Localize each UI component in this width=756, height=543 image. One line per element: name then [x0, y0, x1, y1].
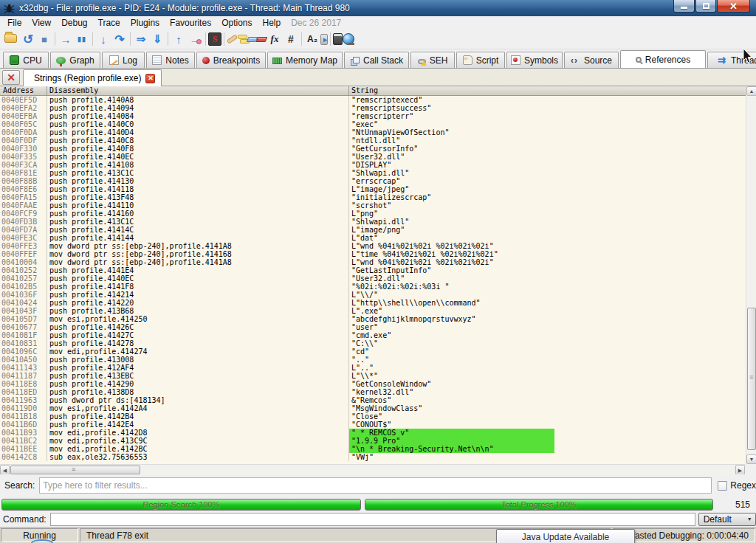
- table-row[interactable]: 0040F88Bpush profile.414130"errscrcap": [0, 177, 746, 185]
- table-row[interactable]: 0040F335push profile.4140EC"User32.dll": [0, 153, 746, 161]
- table-row[interactable]: 0041096Cmov edi,profile.414274"cd": [0, 347, 746, 356]
- menu-view[interactable]: View: [27, 17, 56, 29]
- tab-close-icon[interactable]: ✕: [145, 74, 155, 83]
- table-row[interactable]: 00410424push profile.414220L"http\\shell…: [0, 299, 746, 307]
- search-input[interactable]: [39, 477, 712, 494]
- table-row[interactable]: 00411B18push profile.4142B4"Close": [0, 412, 746, 421]
- table-row[interactable]: 00411963push dword ptr ds:[418134]&"Remc…: [0, 396, 746, 404]
- tab-symbols[interactable]: Symbols: [506, 52, 563, 68]
- table-row[interactable]: 0040F8E6push profile.414118L"image/jpeg": [0, 185, 746, 193]
- table-row[interactable]: 00410252push profile.4141E4"GetLastInput…: [0, 266, 746, 274]
- stop-icon[interactable]: ■: [36, 31, 52, 47]
- table-row[interactable]: 0040EFBApush profile.414084"remscripterr…: [0, 112, 746, 120]
- patch-icon[interactable]: [227, 34, 238, 44]
- table-row[interactable]: 004142C8sub eax,ole32.75636553"VWj": [0, 453, 746, 461]
- menu-debug[interactable]: Debug: [56, 17, 92, 29]
- table-row[interactable]: 0041081Fpush profile.41427C"cmd.exe": [0, 331, 746, 339]
- table-row[interactable]: 004119D0mov esi,profile.4142A4"MsgWindow…: [0, 404, 746, 412]
- restore-button[interactable]: [695, 0, 716, 13]
- table-row[interactable]: 00410677push profile.41426C"user": [0, 323, 746, 331]
- trace-over-icon[interactable]: ⇓: [149, 31, 165, 47]
- table-row[interactable]: 0041036Fpush profile.414214L"\\/": [0, 291, 746, 299]
- vertical-scrollbar[interactable]: ▲ ▼: [746, 86, 756, 464]
- step-into-icon[interactable]: ↓: [95, 31, 111, 47]
- globe-icon[interactable]: [343, 33, 354, 45]
- table-row[interactable]: 0040F0DApush profile.4140D4"NtUnmapViewO…: [0, 128, 746, 136]
- tab-breakpoints[interactable]: Breakpoints: [196, 52, 266, 68]
- table-row[interactable]: 0040FA15push profile.413F48"initializesc…: [0, 193, 746, 201]
- table-row[interactable]: 00411B6Dpush profile.4142E4"CONOUT$": [0, 421, 746, 429]
- tab-seh[interactable]: SEH: [410, 52, 455, 68]
- table-row[interactable]: 0040F0DFpush profile.4140C8"ntdll.dll": [0, 136, 746, 145]
- table-row[interactable]: 0040FD7Apush profile.41414CL"image/png": [0, 226, 746, 234]
- comments-icon[interactable]: [238, 35, 247, 39]
- tab-notes[interactable]: Notes: [146, 52, 195, 68]
- handles-icon[interactable]: [320, 34, 328, 45]
- table-row[interactable]: 00410A50push profile.413008"..": [0, 356, 746, 364]
- regex-checkbox[interactable]: [718, 481, 727, 491]
- tab-graph[interactable]: Graph: [50, 52, 100, 68]
- command-profile-dropdown[interactable]: Default ▼: [698, 513, 756, 526]
- table-row[interactable]: 0040F81Epush profile.413C1C"Shlwapi.dll": [0, 169, 746, 177]
- table-row[interactable]: 0040FD3Bpush profile.413C1C"Shlwapi.dll": [0, 218, 746, 226]
- menu-help[interactable]: Help: [258, 17, 286, 29]
- table-row[interactable]: 00410831push profile.414278"C:\\": [0, 339, 746, 347]
- table-row[interactable]: 00411143push profile.412AF4L"..": [0, 364, 746, 372]
- case-sensitive-icon[interactable]: A₂: [304, 31, 320, 47]
- table-row[interactable]: 00411187push profile.413EBCL"\\*": [0, 372, 746, 380]
- close-panel-button[interactable]: ✕: [2, 70, 20, 85]
- minimize-button[interactable]: [673, 0, 695, 13]
- scroll-down-icon[interactable]: ▼: [746, 454, 756, 464]
- table-row[interactable]: 004102B5push profile.4141F8"%02i:%02i:%0…: [0, 283, 746, 291]
- table-row[interactable]: 004118EDpush profile.4138D8"kernel32.dll…: [0, 388, 746, 396]
- tab-strings-region[interactable]: Strings (Region profile.exe) ✕: [23, 69, 162, 86]
- tab-references[interactable]: References: [620, 50, 706, 69]
- horizontal-scrollbar[interactable]: ◀ ▶: [0, 464, 746, 474]
- scroll-right-icon[interactable]: ▶: [735, 465, 745, 475]
- horizontal-scroll-thumb[interactable]: [10, 466, 140, 474]
- table-row[interactable]: 0040F3CApush profile.414108"DISPLAY": [0, 161, 746, 169]
- vertical-scroll-thumb[interactable]: [747, 308, 756, 450]
- open-folder-icon[interactable]: [4, 34, 17, 43]
- menu-trace[interactable]: Trace: [93, 17, 126, 29]
- table-row[interactable]: 0040FE3Cpush profile.414144L"dat": [0, 234, 746, 242]
- table-row[interactable]: 0040FCF9push profile.414160L"png": [0, 210, 746, 218]
- table-row[interactable]: 00411B93mov edi,profile.4142D8" * REMCOS…: [0, 429, 746, 437]
- trace-into-icon[interactable]: ⇒: [133, 31, 149, 47]
- functions-icon[interactable]: fx: [267, 31, 283, 47]
- pause-icon[interactable]: ▮▮: [74, 31, 90, 47]
- table-row[interactable]: 0040FAAEpush profile.414110"scrshot": [0, 201, 746, 210]
- tab-source[interactable]: Source: [564, 52, 619, 68]
- table-row[interactable]: 0040F330push profile.4140F8"GetCursorInf…: [0, 145, 746, 153]
- table-row[interactable]: 004105D7mov esi,profile.414250"abcdefghi…: [0, 315, 746, 323]
- command-input[interactable]: [50, 513, 695, 526]
- run-to-user-code-icon[interactable]: →: [187, 31, 203, 47]
- close-button[interactable]: ✕: [717, 0, 750, 13]
- table-row[interactable]: 0040FFE3mov dword ptr ss:[ebp-240],profi…: [0, 242, 746, 250]
- restart-icon[interactable]: ↺: [20, 31, 36, 47]
- table-row[interactable]: 00411BEEmov edi,profile.4142BC"\n * Brea…: [0, 445, 746, 453]
- table-row[interactable]: 0040EF5Dpush profile.4140A8"remscriptexe…: [0, 96, 746, 104]
- calculator-icon[interactable]: [333, 33, 343, 45]
- column-header-string[interactable]: String: [349, 86, 746, 95]
- run-icon[interactable]: →: [58, 31, 74, 47]
- tab-call-stack[interactable]: Call Stack: [344, 52, 409, 68]
- table-row[interactable]: 00410257push profile.4140EC"User32.dll": [0, 274, 746, 283]
- column-header-disassembly[interactable]: Disassembly: [47, 86, 349, 95]
- column-header-address[interactable]: Address: [0, 86, 47, 95]
- table-row[interactable]: 00411BC2mov edi,profile.413C9C"1.9.9 Pro…: [0, 437, 746, 445]
- tab-memory-map[interactable]: Memory Map: [267, 52, 343, 68]
- step-over-icon[interactable]: ↷: [111, 31, 128, 47]
- table-row[interactable]: 0040F05Cpush profile.4140C0"exec": [0, 120, 746, 128]
- table-row[interactable]: 0041043Fpush profile.413B68L".exe": [0, 307, 746, 315]
- menu-favourites[interactable]: Favourites: [165, 17, 216, 29]
- tab-script[interactable]: Script: [456, 52, 505, 68]
- table-row[interactable]: 0040FFEFmov dword ptr ss:[ebp-240],profi…: [0, 250, 746, 258]
- menu-file[interactable]: File: [2, 17, 27, 29]
- menu-plugins[interactable]: Plugins: [126, 17, 165, 29]
- tab-cpu[interactable]: CPU: [3, 52, 49, 68]
- tab-log[interactable]: Log: [102, 52, 145, 68]
- table-row[interactable]: 004118E8push profile.414290"GetConsoleWi…: [0, 380, 746, 388]
- execute-till-return-icon[interactable]: ↑: [171, 31, 187, 47]
- scylla-icon[interactable]: S: [208, 32, 221, 46]
